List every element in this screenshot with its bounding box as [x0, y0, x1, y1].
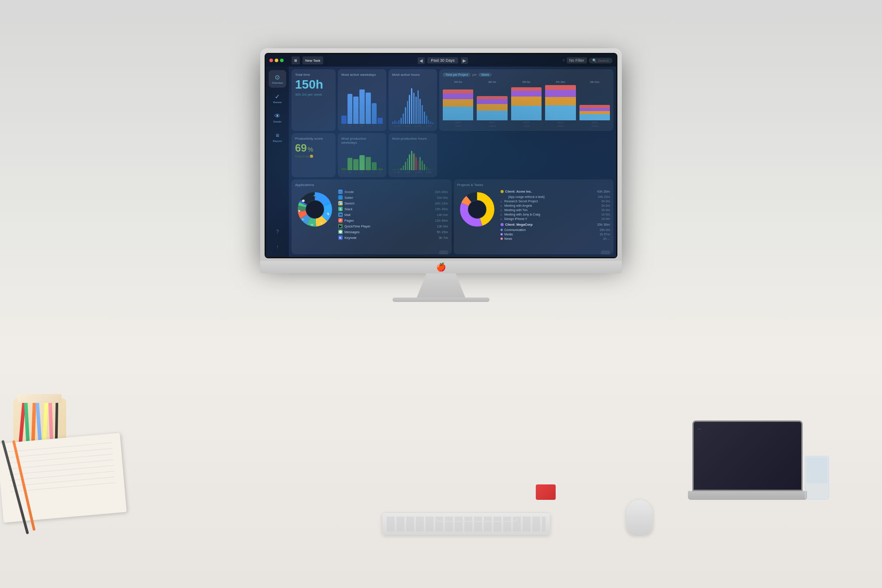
- media-dot: [501, 233, 503, 235]
- period-label: Past 30 Days: [427, 57, 458, 63]
- mail-icon: ✉: [338, 212, 343, 217]
- pages-time: 12h 40m: [435, 219, 448, 223]
- review-icon: ✓: [275, 93, 280, 100]
- megacorp-time: 35h 30m: [597, 223, 610, 227]
- productivity-score-title: Productivity score: [295, 137, 332, 141]
- sidebar-item-reports[interactable]: ≡ Reports: [269, 128, 286, 146]
- imac-base: [392, 298, 490, 302]
- task-news-time: 1h ...: [603, 237, 610, 240]
- active-hours-chart: [392, 78, 434, 124]
- news-dot: [501, 238, 503, 240]
- imac-stand: [417, 273, 465, 298]
- productivity-unit: %: [308, 146, 313, 153]
- projects-card: Projects & Tasks: [454, 179, 614, 254]
- most-productive-weekdays-title: Most productive weekdays: [341, 137, 383, 145]
- new-task-button[interactable]: New Task: [303, 56, 323, 64]
- sketch-icon: 💎: [338, 201, 343, 205]
- window-controls: [269, 59, 284, 62]
- keynote-time: 3h 7m: [439, 236, 448, 240]
- sidebar-item-details[interactable]: 👁 Details: [269, 109, 286, 127]
- active-weekdays-chart: [341, 78, 383, 124]
- maximize-button[interactable]: [280, 59, 284, 62]
- close-button[interactable]: [269, 59, 273, 62]
- pages-icon: P: [338, 218, 343, 223]
- apps-share-button[interactable]: ↑: [439, 250, 448, 254]
- prod-hours-labels: 12 AM 6 AM 12 PM 6 PM: [392, 171, 434, 174]
- slack-time: 15h 45m: [435, 207, 448, 211]
- acme-time: 43h 20m: [597, 190, 610, 194]
- bar-group-3: 35h 5m: [511, 81, 542, 127]
- grouped-bar-chart: 33h 5m: [443, 79, 610, 127]
- bar-w: [359, 89, 365, 124]
- xcode-time: 32h 45m: [435, 190, 448, 194]
- stats-row: Total time 150h 30h 2m per week Most act…: [292, 69, 613, 131]
- svg-text:🔨: 🔨: [313, 194, 317, 198]
- task-jony-time: 1h 0m: [602, 213, 610, 216]
- task-iphone-time: 1h 0m: [602, 217, 610, 220]
- reports-icon: ≡: [276, 132, 279, 139]
- safari-icon: 🌐: [338, 195, 343, 200]
- app-row-quicktime: ▶ QuickTime Player 10h 0m: [338, 224, 448, 228]
- minimize-button[interactable]: [275, 59, 278, 62]
- keynote-icon: K: [338, 235, 343, 240]
- sidebar-help-button[interactable]: ?: [269, 225, 286, 238]
- app-row-safari: 🌐 Safari 31h 6m: [338, 195, 448, 200]
- task-news-name: News: [505, 237, 602, 240]
- sidebar-share-button[interactable]: ↑: [269, 240, 286, 253]
- acme-header-row: Client: Acme Inc. 43h 20m: [501, 190, 610, 194]
- messages-name: Messages: [344, 230, 435, 234]
- quicktime-icon: ▶: [338, 224, 343, 228]
- task-iphone-expand: ▶: [501, 217, 503, 220]
- time-per-project-card: Time per Project per Week 33h 5m: [439, 69, 613, 131]
- task-tim-expand: ▶: [501, 208, 503, 212]
- most-active-hours-card: Most active hours: [389, 69, 437, 131]
- search-box[interactable]: 🔍 Search: [589, 58, 613, 63]
- app-row-xcode: 🔨 Xcode 32h 45m: [338, 190, 448, 194]
- task-news: News 1h ...: [501, 237, 610, 240]
- communication-dot: [501, 229, 503, 231]
- task-research-time: 3h 0m: [602, 200, 610, 203]
- task-jony-expand: ▶: [501, 213, 503, 216]
- svg-text:💎: 💎: [326, 212, 330, 216]
- megacorp-header-row: Client: MegaCorp 35h 30m: [501, 223, 610, 227]
- task-media-name: Media: [505, 233, 598, 236]
- bar-s1: [341, 115, 347, 124]
- task-tim-time: 2h 0m: [602, 208, 610, 212]
- most-productive-hours-card: Most productive hours: [389, 133, 437, 177]
- task-app-usage: [App usage without a task] 34h 20m: [501, 195, 610, 198]
- slack-name: Slack: [344, 207, 433, 211]
- most-active-weekdays-title: Most active weekdays: [341, 73, 383, 77]
- bar-s2: [377, 118, 383, 124]
- svg-text:✉: ✉: [311, 223, 313, 226]
- productivity-spacer: [439, 133, 613, 177]
- projects-donut-chart: [457, 190, 497, 229]
- period-forward-button[interactable]: ▶: [461, 57, 468, 64]
- svg-point-23: [468, 201, 486, 218]
- safari-name: Safari: [344, 196, 435, 200]
- projects-content: Client: Acme Inc. 43h 20m [App usage wit…: [457, 190, 610, 249]
- bar-t2: [366, 93, 371, 124]
- svg-text:💬: 💬: [302, 199, 305, 203]
- messages-icon: 💬: [338, 230, 343, 234]
- bar-t1: [353, 97, 359, 124]
- projects-title: Projects & Tasks: [457, 183, 610, 187]
- keynote-name: Keynote: [344, 236, 437, 240]
- titlebar: ⊞ New Task ◀ Past 30 Days ▶ T No Filter …: [266, 54, 616, 67]
- most-productive-hours-title: Most productive hours: [392, 137, 434, 141]
- filter-label[interactable]: No Filter: [567, 57, 587, 63]
- svg-text:▶: ▶: [299, 209, 301, 212]
- bar-m: [348, 94, 353, 124]
- window-icon-button[interactable]: ⊞: [292, 56, 300, 64]
- time-per-project-label[interactable]: Time per Project: [443, 73, 471, 77]
- projects-share-button[interactable]: ↑: [601, 250, 610, 254]
- task-app-usage-name: [App usage without a task]: [508, 195, 596, 198]
- app-row-sketch: 💎 Sketch 20h 13m: [338, 201, 448, 205]
- task-research-secret: ▶ Research Secret Project 3h 0m: [501, 200, 610, 203]
- period-back-button[interactable]: ◀: [418, 57, 425, 64]
- app-row-slack: S Slack 15h 45m: [338, 207, 448, 211]
- sidebar-item-overview[interactable]: ⊙ Overview: [269, 70, 286, 88]
- time-per-project-period[interactable]: Week: [478, 73, 492, 77]
- svg-point-10: [306, 201, 324, 218]
- sidebar-item-review[interactable]: ✓ Review: [269, 89, 286, 107]
- overview-icon: ⊙: [275, 74, 280, 81]
